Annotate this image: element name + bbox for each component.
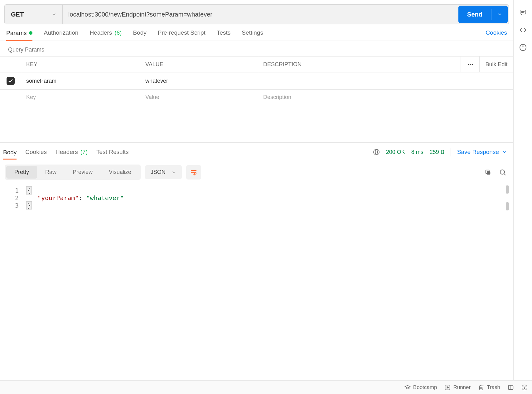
- right-sidebar: [513, 0, 532, 380]
- resp-tab-headers[interactable]: Headers (7): [56, 149, 88, 159]
- wrap-toggle-button[interactable]: [186, 165, 201, 180]
- param-desc-input[interactable]: [263, 78, 508, 84]
- tab-params[interactable]: Params: [6, 30, 32, 41]
- svg-point-21: [524, 388, 525, 389]
- line-number: 3: [12, 202, 19, 209]
- send-label: Send: [458, 11, 491, 18]
- col-key: KEY: [21, 57, 140, 72]
- globe-icon[interactable]: [373, 149, 380, 155]
- response-tabs: Body Cookies Headers (7) Test Results 20…: [0, 143, 513, 160]
- save-response-button[interactable]: Save Response: [457, 149, 507, 155]
- status-bar: Bootcamp Runner Trash: [0, 380, 532, 394]
- code-icon[interactable]: [519, 26, 527, 34]
- view-raw[interactable]: Raw: [37, 166, 65, 179]
- bootcamp-button[interactable]: Bootcamp: [404, 384, 437, 391]
- method-select[interactable]: GET: [4, 4, 62, 24]
- query-params-label: Query Params: [0, 41, 513, 56]
- tab-headers[interactable]: Headers (6): [89, 29, 122, 41]
- line-number: 2: [12, 194, 19, 202]
- play-square-icon: [444, 384, 451, 391]
- view-visualize[interactable]: Visualize: [101, 166, 139, 179]
- send-button[interactable]: Send: [458, 6, 508, 23]
- dot-indicator-icon: [29, 31, 32, 35]
- chevron-down-icon: [52, 12, 57, 17]
- tab-authorization[interactable]: Authorization: [44, 29, 78, 41]
- param-desc-input-empty[interactable]: [263, 94, 508, 101]
- param-key-input-empty[interactable]: [26, 94, 135, 101]
- more-horizontal-icon: [467, 61, 474, 68]
- trash-button[interactable]: Trash: [478, 384, 500, 391]
- resp-tab-test-results[interactable]: Test Results: [96, 149, 128, 159]
- svg-line-9: [504, 174, 506, 175]
- view-pretty[interactable]: Pretty: [6, 166, 37, 179]
- param-checkbox[interactable]: [7, 77, 15, 85]
- svg-rect-10: [520, 10, 526, 14]
- view-preview[interactable]: Preview: [65, 166, 101, 179]
- resp-tab-cookies[interactable]: Cookies: [25, 149, 47, 159]
- search-icon[interactable]: [499, 169, 506, 176]
- help-button[interactable]: [521, 384, 528, 391]
- check-icon: [8, 78, 13, 84]
- params-header-row: KEY VALUE DESCRIPTION Bulk Edit: [0, 57, 513, 72]
- tab-settings[interactable]: Settings: [242, 29, 263, 41]
- cookies-link[interactable]: Cookies: [486, 29, 507, 41]
- param-row-empty: [0, 90, 513, 105]
- wrap-icon: [190, 169, 197, 176]
- comment-icon[interactable]: [519, 9, 527, 16]
- svg-marker-17: [447, 386, 449, 388]
- format-select[interactable]: JSON: [145, 165, 182, 179]
- help-icon: [521, 384, 528, 391]
- trash-icon: [478, 384, 484, 391]
- method-label: GET: [11, 11, 24, 18]
- scrollbar-thumb[interactable]: [506, 185, 509, 194]
- panels-button[interactable]: [508, 384, 514, 391]
- panels-icon: [508, 384, 514, 391]
- request-tabs: Params Authorization Headers (6) Body Pr…: [0, 24, 513, 41]
- svg-point-2: [472, 64, 473, 65]
- response-body[interactable]: 1 { 2 "yourParam": "whatever" 3 }: [0, 184, 513, 209]
- tab-tests[interactable]: Tests: [217, 29, 230, 41]
- tab-prerequest-script[interactable]: Pre-request Script: [158, 29, 206, 41]
- param-value-input-empty[interactable]: [145, 94, 253, 101]
- copy-icon[interactable]: [485, 169, 491, 176]
- scrollbar-thumb[interactable]: [506, 202, 509, 210]
- request-bar: GET Send: [0, 0, 513, 24]
- svg-rect-6: [487, 171, 490, 175]
- col-value: VALUE: [140, 57, 258, 72]
- status-size: 259 B: [430, 149, 444, 155]
- chevron-down-icon: [502, 150, 507, 155]
- resp-tab-body[interactable]: Body: [3, 149, 17, 160]
- json-value: "whatever": [86, 194, 124, 202]
- chevron-down-icon: [497, 12, 502, 17]
- chevron-down-icon: [171, 170, 176, 175]
- view-mode-segmented: Pretty Raw Preview Visualize: [5, 165, 141, 180]
- param-key-input[interactable]: [26, 78, 135, 84]
- status-time: 8 ms: [411, 149, 423, 155]
- more-options-button[interactable]: [461, 57, 480, 72]
- status-code: 200 OK: [386, 149, 405, 155]
- url-input[interactable]: [62, 4, 453, 24]
- tab-body[interactable]: Body: [133, 29, 146, 41]
- svg-point-8: [500, 170, 505, 174]
- info-icon[interactable]: [519, 44, 527, 51]
- param-value-input[interactable]: [145, 78, 253, 84]
- response-toolbar: Pretty Raw Preview Visualize JSON: [0, 160, 513, 184]
- graduation-cap-icon: [404, 384, 411, 391]
- param-row: [0, 72, 513, 90]
- runner-button[interactable]: Runner: [444, 384, 471, 391]
- params-table: KEY VALUE DESCRIPTION Bulk Edit: [0, 56, 513, 105]
- col-description: DESCRIPTION: [258, 57, 461, 72]
- svg-point-1: [470, 64, 471, 65]
- params-checkbox-header: [0, 57, 21, 72]
- svg-point-0: [467, 64, 469, 65]
- svg-point-15: [523, 46, 523, 47]
- line-number: 1: [12, 187, 19, 194]
- json-key: "yourParam": [37, 194, 79, 202]
- send-dropdown[interactable]: [491, 12, 508, 17]
- bulk-edit-button[interactable]: Bulk Edit: [480, 57, 513, 72]
